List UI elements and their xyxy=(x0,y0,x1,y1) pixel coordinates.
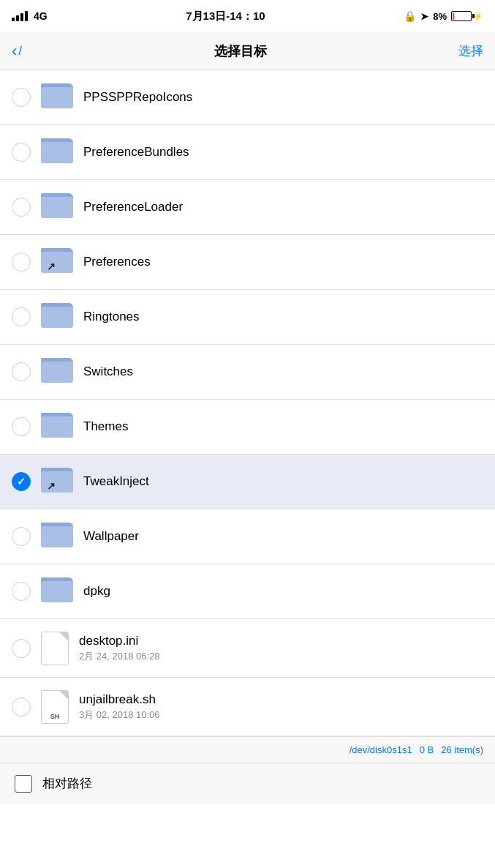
folder-icon: ↗ xyxy=(41,468,73,495)
location-icon: ➤ xyxy=(420,11,428,22)
nav-bar: ‹ / 选择目标 选择 xyxy=(0,32,495,70)
file-name: Switches xyxy=(83,364,483,379)
radio-button[interactable] xyxy=(12,362,31,381)
radio-button[interactable] xyxy=(12,417,31,436)
shortcut-arrow-icon: ↗ xyxy=(47,480,56,492)
file-name: TweakInject xyxy=(83,474,483,489)
folder-icon xyxy=(41,358,73,386)
back-label: / xyxy=(18,44,22,59)
radio-button[interactable] xyxy=(12,143,31,162)
folder-icon: ↗ xyxy=(41,248,73,276)
list-item[interactable]: desktop.ini 2月 24, 2018 06:28 xyxy=(0,619,495,678)
list-item[interactable]: PreferenceBundles xyxy=(0,125,495,180)
file-info: PPSSPPRepoIcons xyxy=(83,90,483,105)
file-info: Switches xyxy=(83,364,483,379)
file-info: Wallpaper xyxy=(83,529,483,544)
list-item[interactable]: Ringtones xyxy=(0,290,495,345)
folder-icon xyxy=(41,523,73,550)
list-item[interactable]: PPSSPPRepoIcons xyxy=(0,70,495,125)
file-info: desktop.ini 2月 24, 2018 06:28 xyxy=(79,634,483,663)
radio-button[interactable] xyxy=(12,88,31,107)
file-list: PPSSPPRepoIcons PreferenceBundles Prefer… xyxy=(0,70,495,736)
folder-icon xyxy=(41,413,73,441)
file-info: PreferenceBundles xyxy=(83,145,483,160)
radio-button[interactable] xyxy=(12,639,31,658)
folder-icon xyxy=(41,193,73,221)
file-name: Preferences xyxy=(83,255,483,269)
file-date: 3月 02, 2018 10:06 xyxy=(79,708,483,722)
list-item[interactable]: Switches xyxy=(0,345,495,400)
folder-icon xyxy=(41,577,73,605)
file-name: dpkg xyxy=(83,584,483,599)
file-name: Wallpaper xyxy=(83,529,483,544)
file-name: desktop.ini xyxy=(79,634,483,648)
radio-button[interactable] xyxy=(12,252,31,272)
back-button[interactable]: ‹ / xyxy=(12,43,22,59)
file-name: Ringtones xyxy=(83,310,483,324)
footer-count: 26 item(s) xyxy=(441,744,483,755)
battery-bolt-icon: ⚡ xyxy=(473,12,483,21)
folder-icon xyxy=(41,138,73,166)
radio-button[interactable] xyxy=(12,198,31,217)
footer-size: 0 B xyxy=(420,744,434,755)
file-info: Preferences xyxy=(83,255,483,269)
relative-path-checkbox[interactable] xyxy=(15,775,32,793)
network-type: 4G xyxy=(34,10,48,22)
file-info: Themes xyxy=(83,419,483,434)
page-title: 选择目标 xyxy=(214,42,267,60)
file-name: PPSSPPRepoIcons xyxy=(83,90,483,105)
footer-path: /dev/disk0s1s1 xyxy=(349,744,412,755)
lock-icon: 🔒 xyxy=(404,10,416,22)
relative-path-label: 相对路径 xyxy=(42,775,92,792)
radio-button[interactable] xyxy=(12,697,31,717)
file-info: PreferenceLoader xyxy=(83,200,483,214)
file-info: unjailbreak.sh 3月 02, 2018 10:06 xyxy=(79,692,483,722)
radio-button[interactable] xyxy=(12,307,31,326)
chevron-left-icon: ‹ xyxy=(12,43,17,59)
battery-percent: 8% xyxy=(433,11,447,22)
radio-button[interactable] xyxy=(12,582,31,601)
footer-info: /dev/disk0s1s1 0 B 26 item(s) xyxy=(0,736,495,763)
file-info: TweakInject xyxy=(83,474,483,489)
list-item[interactable]: ↗ Preferences xyxy=(0,235,495,290)
file-icon xyxy=(41,632,69,665)
list-item[interactable]: Wallpaper xyxy=(0,509,495,564)
list-item[interactable]: ↗ TweakInject xyxy=(0,454,495,509)
status-time: 7月13日-14：10 xyxy=(186,10,265,23)
file-name: Themes xyxy=(83,419,483,434)
folder-icon xyxy=(41,83,73,111)
shortcut-arrow-icon: ↗ xyxy=(47,261,56,272)
file-name: PreferenceLoader xyxy=(83,200,483,214)
file-info: dpkg xyxy=(83,584,483,599)
file-name: PreferenceBundles xyxy=(83,145,483,160)
select-button[interactable]: 选择 xyxy=(458,42,483,59)
radio-button[interactable] xyxy=(12,527,31,546)
folder-icon xyxy=(41,303,73,331)
file-date: 2月 24, 2018 06:28 xyxy=(79,650,483,663)
status-bar: 4G 7月13日-14：10 🔒 ➤ 8% ⚡ xyxy=(0,0,495,32)
battery-icon: ⚡ xyxy=(451,11,483,21)
radio-button[interactable] xyxy=(12,472,31,491)
file-info: Ringtones xyxy=(83,310,483,324)
list-item[interactable]: dpkg xyxy=(0,564,495,619)
status-right: 🔒 ➤ 8% ⚡ xyxy=(404,10,483,22)
file-ext-label: SH xyxy=(42,713,68,720)
bottom-bar: 相对路径 xyxy=(0,763,495,804)
list-item[interactable]: Themes xyxy=(0,400,495,454)
list-item[interactable]: SH unjailbreak.sh 3月 02, 2018 10:06 xyxy=(0,678,495,736)
file-name: unjailbreak.sh xyxy=(79,692,483,707)
list-item[interactable]: PreferenceLoader xyxy=(0,180,495,235)
signal-bars xyxy=(12,11,28,21)
status-left: 4G xyxy=(12,10,48,22)
file-icon: SH xyxy=(41,690,69,724)
